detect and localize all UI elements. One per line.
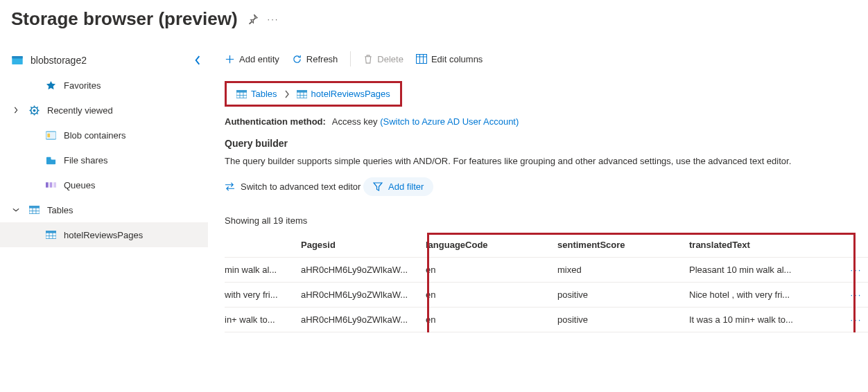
sidebar-item-recently-viewed[interactable]: Recently viewed — [0, 98, 208, 123]
sidebar-item-blob-containers[interactable]: Blob containers — [0, 123, 208, 148]
table-row[interactable]: in+ walk to... aHR0cHM6Ly9oZWlkaW... en … — [225, 308, 868, 332]
toolbar-separator — [350, 51, 351, 66]
main-content: Add entity Refresh Delete Edit columns T… — [208, 45, 868, 332]
auth-method-label: Authentication method: — [225, 116, 326, 127]
sidebar-item-label: Tables — [47, 205, 73, 215]
page-title: Storage browser (preview) — [11, 8, 238, 30]
svg-rect-14 — [46, 157, 51, 159]
column-header[interactable]: languageCode — [426, 233, 557, 258]
container-icon — [44, 131, 57, 140]
svg-rect-28 — [416, 55, 426, 64]
table-row[interactable]: with very fri... aHR0cHM6Ly9oZWlkaW... e… — [225, 283, 868, 308]
svg-rect-12 — [46, 131, 56, 139]
column-header[interactable]: Pagesid — [301, 233, 426, 258]
chevron-right-icon — [284, 90, 290, 98]
file-share-icon — [44, 156, 57, 165]
results-count: Showing all 19 items — [225, 215, 868, 226]
sidebar-item-label: Recently viewed — [47, 105, 113, 116]
pin-icon[interactable] — [248, 14, 258, 24]
trash-icon — [363, 54, 373, 64]
svg-line-8 — [31, 107, 32, 108]
svg-rect-16 — [49, 182, 52, 188]
collapse-sidebar-icon[interactable] — [194, 55, 201, 65]
row-more-icon[interactable]: ··· — [851, 265, 862, 275]
svg-point-3 — [33, 109, 35, 112]
more-icon[interactable]: ··· — [268, 14, 279, 24]
svg-line-10 — [31, 112, 32, 114]
sidebar: blobstorage2 Favorites Recently viewed — [0, 45, 208, 332]
switch-editor-button[interactable]: Switch to advanced text editor — [225, 181, 361, 192]
table-icon — [28, 206, 40, 214]
edit-columns-button[interactable]: Edit columns — [416, 54, 483, 64]
chevron-down-icon — [11, 206, 21, 213]
sidebar-root-label: blobstorage2 — [31, 55, 87, 66]
svg-rect-19 — [29, 206, 40, 208]
breadcrumb: Tables hotelReviewsPages — [225, 81, 402, 107]
column-header[interactable]: sentimentScore — [557, 233, 689, 258]
results-table: Pagesid languageCode sentimentScore tran… — [225, 233, 868, 332]
svg-rect-13 — [47, 133, 50, 137]
sidebar-item-label: hotelReviewsPages — [64, 230, 143, 240]
row-more-icon[interactable]: ··· — [851, 314, 862, 325]
svg-rect-15 — [46, 182, 49, 188]
chevron-right-icon — [11, 107, 21, 114]
sidebar-item-queues[interactable]: Queues — [0, 172, 208, 197]
refresh-icon — [292, 54, 302, 64]
sidebar-item-table-child[interactable]: hotelReviewsPages — [0, 222, 208, 247]
svg-rect-24 — [46, 231, 56, 233]
breadcrumb-tables[interactable]: Tables — [236, 89, 277, 99]
sidebar-storage-root[interactable]: blobstorage2 — [0, 48, 208, 73]
svg-rect-17 — [53, 182, 56, 188]
table-row[interactable]: min walk al... aHR0cHM6Ly9oZWlkaW... en … — [225, 258, 868, 283]
table-icon — [44, 231, 57, 239]
plus-icon — [225, 54, 235, 64]
column-header[interactable]: translatedText — [689, 233, 849, 258]
svg-rect-1 — [12, 56, 22, 58]
svg-rect-38 — [297, 90, 307, 92]
svg-line-9 — [36, 112, 37, 114]
row-more-icon[interactable]: ··· — [851, 289, 862, 300]
table-icon — [236, 90, 247, 98]
sidebar-item-file-shares[interactable]: File shares — [0, 148, 208, 172]
table-icon — [297, 90, 307, 98]
sidebar-item-favorites[interactable]: Favorites — [0, 73, 208, 98]
sidebar-item-label: File shares — [64, 155, 108, 166]
sidebar-item-label: Favorites — [64, 80, 101, 91]
query-builder-title: Query builder — [225, 138, 868, 149]
refresh-button[interactable]: Refresh — [292, 54, 338, 64]
add-filter-button[interactable]: Add filter — [363, 177, 433, 196]
sidebar-item-tables[interactable]: Tables — [0, 197, 208, 222]
sidebar-item-label: Blob containers — [64, 130, 126, 141]
sidebar-item-label: Queues — [64, 180, 96, 190]
toolbar: Add entity Refresh Delete Edit columns — [225, 46, 868, 71]
breadcrumb-current[interactable]: hotelReviewsPages — [297, 89, 390, 99]
auth-method-value: Access key — [332, 116, 378, 127]
queue-icon — [44, 181, 57, 189]
svg-rect-33 — [236, 90, 247, 92]
switch-auth-link[interactable]: (Switch to Azure AD User Account) — [380, 116, 519, 127]
swap-icon — [225, 182, 235, 191]
delete-button: Delete — [363, 54, 403, 64]
query-builder-desc: The query builder supports simple querie… — [225, 156, 868, 166]
svg-line-11 — [36, 107, 37, 108]
storage-account-icon — [11, 56, 24, 64]
filter-icon — [373, 182, 383, 191]
add-entity-button[interactable]: Add entity — [225, 54, 279, 64]
columns-icon — [416, 54, 427, 64]
column-header[interactable] — [225, 233, 301, 258]
gear-icon — [28, 105, 40, 116]
star-icon — [44, 80, 57, 91]
